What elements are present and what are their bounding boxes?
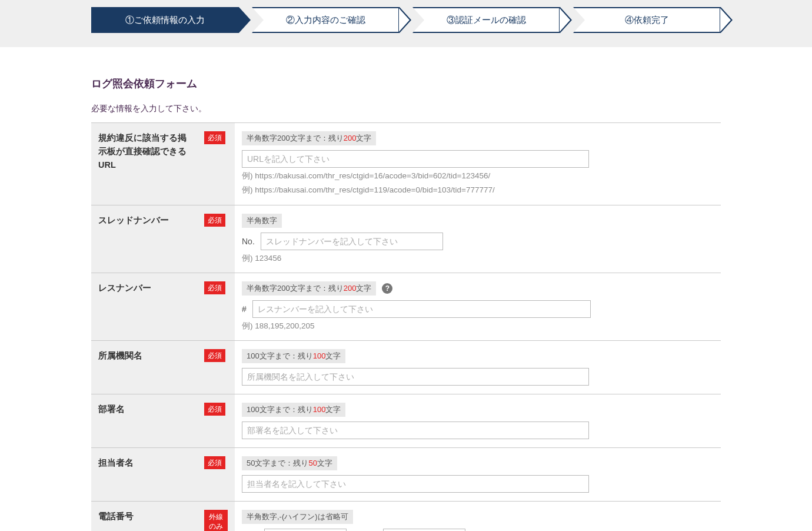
res-example: 例) 188,195,200,205 <box>242 320 714 332</box>
step-3: ③認証メールの確認 <box>412 7 560 33</box>
required-badge: 必須 <box>204 214 225 227</box>
res-prefix: # <box>242 304 247 314</box>
phone-hint: 半角数字,-(ハイフン)は省略可 <box>242 510 353 524</box>
url-hint: 半角数字200文字まで：残り200文字 <box>242 131 376 145</box>
required-badge: 必須 <box>204 131 225 144</box>
thread-hint: 半角数字 <box>242 214 282 228</box>
res-hint: 半角数字200文字まで：残り200文字 <box>242 281 376 296</box>
url-label: 規約違反に該当する掲示板が直接確認できるURL <box>91 123 197 205</box>
person-hint: 50文字まで：残り50文字 <box>242 456 337 470</box>
step-1: ①ご依頼情報の入力 <box>91 7 239 33</box>
thread-input[interactable] <box>261 233 443 250</box>
step-4: ④依頼完了 <box>573 7 721 33</box>
res-input[interactable] <box>252 300 591 318</box>
step-indicator: ①ご依頼情報の入力 ②入力内容のご確認 ③認証メールの確認 ④依頼完了 <box>91 7 721 33</box>
page-title: ログ照会依頼フォーム <box>91 77 721 91</box>
phone-required-badge: 外線 のみ 必須 <box>204 510 228 531</box>
form-table: 規約違反に該当する掲示板が直接確認できるURL 必須 半角数字200文字まで：残… <box>91 122 721 531</box>
step-2: ②入力内容のご確認 <box>252 7 400 33</box>
dept-label: 部署名 <box>91 394 197 448</box>
required-badge: 必須 <box>204 403 225 416</box>
res-label: レスナンバー <box>91 273 197 340</box>
page-instruction: 必要な情報を入力して下さい。 <box>91 104 721 114</box>
phone-ext-input[interactable] <box>264 529 347 531</box>
org-input[interactable] <box>242 368 589 386</box>
dept-hint: 100文字まで：残り100文字 <box>242 403 345 417</box>
step-3-label: ③認証メールの確認 <box>447 15 526 26</box>
org-hint: 100文字まで：残り100文字 <box>242 349 345 363</box>
required-badge: 必須 <box>204 349 225 362</box>
help-icon[interactable]: ? <box>382 283 392 294</box>
thread-label: スレッドナンバー <box>91 205 197 273</box>
url-example-1: 例) https://bakusai.com/thr_res/ctgid=16/… <box>242 170 714 182</box>
url-input[interactable] <box>242 150 589 168</box>
person-label: 担当者名 <box>91 448 197 502</box>
phone-label: 電話番号 <box>91 502 197 532</box>
step-4-label: ④依頼完了 <box>625 15 669 26</box>
required-badge: 必須 <box>204 281 225 294</box>
phone-int-input[interactable] <box>383 529 465 531</box>
org-label: 所属機関名 <box>91 341 197 394</box>
step-2-label: ②入力内容のご確認 <box>286 15 365 26</box>
required-badge: 必須 <box>204 456 225 469</box>
url-example-2: 例) https://bakusai.com/thr_res/ctgid=119… <box>242 184 714 196</box>
step-1-label: ①ご依頼情報の入力 <box>125 15 205 26</box>
dept-input[interactable] <box>242 422 589 439</box>
thread-example: 例) 123456 <box>242 253 714 264</box>
person-input[interactable] <box>242 475 589 493</box>
thread-prefix: No. <box>242 237 255 246</box>
